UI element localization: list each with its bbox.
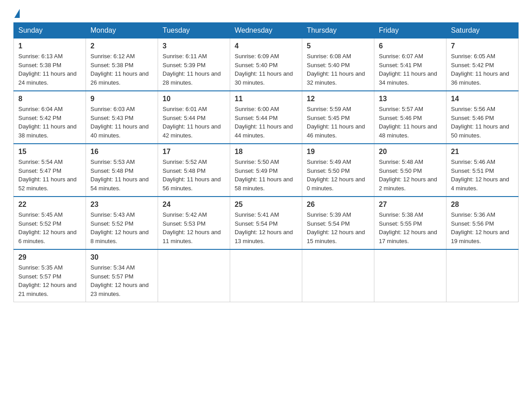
table-row: 10Sunrise: 6:01 AMSunset: 5:44 PMDayligh… <box>158 91 230 144</box>
day-number: 20 <box>379 148 442 156</box>
day-number: 21 <box>451 148 514 156</box>
day-info: Sunrise: 6:04 AMSunset: 5:42 PMDaylight:… <box>18 105 81 140</box>
day-info: Sunrise: 5:52 AMSunset: 5:48 PMDaylight:… <box>163 158 225 193</box>
day-info: Sunrise: 5:54 AMSunset: 5:47 PMDaylight:… <box>18 158 81 193</box>
table-row: 21Sunrise: 5:46 AMSunset: 5:51 PMDayligh… <box>446 144 519 197</box>
table-row: 27Sunrise: 5:38 AMSunset: 5:55 PMDayligh… <box>374 197 446 249</box>
day-info: Sunrise: 5:39 AMSunset: 5:54 PMDaylight:… <box>307 210 369 245</box>
calendar-header-row: Sunday Monday Tuesday Wednesday Thursday… <box>14 23 519 39</box>
table-row: 3Sunrise: 6:11 AMSunset: 5:39 PMDaylight… <box>158 39 230 91</box>
day-info: Sunrise: 5:59 AMSunset: 5:45 PMDaylight:… <box>307 105 369 140</box>
day-info: Sunrise: 5:41 AMSunset: 5:54 PMDaylight:… <box>235 210 297 245</box>
table-row: 2Sunrise: 6:12 AMSunset: 5:38 PMDaylight… <box>86 39 158 91</box>
day-number: 14 <box>451 95 514 103</box>
table-row: 19Sunrise: 5:49 AMSunset: 5:50 PMDayligh… <box>302 144 374 197</box>
col-friday: Friday <box>374 23 446 39</box>
day-number: 16 <box>90 148 153 156</box>
table-row <box>230 249 302 302</box>
table-row <box>158 249 230 302</box>
table-row: 13Sunrise: 5:57 AMSunset: 5:46 PMDayligh… <box>374 91 446 144</box>
day-number: 4 <box>235 42 297 50</box>
day-info: Sunrise: 6:11 AMSunset: 5:39 PMDaylight:… <box>163 52 225 87</box>
col-sunday: Sunday <box>14 23 86 39</box>
day-info: Sunrise: 5:42 AMSunset: 5:53 PMDaylight:… <box>163 210 225 245</box>
table-row: 23Sunrise: 5:43 AMSunset: 5:52 PMDayligh… <box>86 197 158 249</box>
day-info: Sunrise: 6:03 AMSunset: 5:43 PMDaylight:… <box>90 105 153 140</box>
day-info: Sunrise: 5:46 AMSunset: 5:51 PMDaylight:… <box>451 158 514 193</box>
calendar-week-row: 22Sunrise: 5:45 AMSunset: 5:52 PMDayligh… <box>14 197 519 249</box>
col-wednesday: Wednesday <box>230 23 302 39</box>
day-info: Sunrise: 5:43 AMSunset: 5:52 PMDaylight:… <box>90 210 153 245</box>
table-row <box>374 249 446 302</box>
page-header <box>13 9 519 18</box>
day-number: 7 <box>451 42 514 50</box>
table-row <box>302 249 374 302</box>
table-row: 22Sunrise: 5:45 AMSunset: 5:52 PMDayligh… <box>14 197 86 249</box>
logo-triangle-icon <box>14 9 20 18</box>
day-info: Sunrise: 6:00 AMSunset: 5:44 PMDaylight:… <box>235 105 297 140</box>
day-number: 26 <box>307 201 369 209</box>
day-number: 29 <box>18 253 81 261</box>
day-number: 13 <box>379 95 442 103</box>
day-number: 3 <box>163 42 225 50</box>
day-info: Sunrise: 6:05 AMSunset: 5:42 PMDaylight:… <box>451 52 514 87</box>
table-row <box>446 249 519 302</box>
col-saturday: Saturday <box>446 23 519 39</box>
calendar-week-row: 8Sunrise: 6:04 AMSunset: 5:42 PMDaylight… <box>14 91 519 144</box>
day-number: 19 <box>307 148 369 156</box>
day-info: Sunrise: 5:50 AMSunset: 5:49 PMDaylight:… <box>235 158 297 193</box>
day-number: 18 <box>235 148 297 156</box>
day-info: Sunrise: 5:34 AMSunset: 5:57 PMDaylight:… <box>90 263 153 298</box>
day-info: Sunrise: 5:56 AMSunset: 5:46 PMDaylight:… <box>451 105 514 140</box>
day-number: 5 <box>307 42 369 50</box>
day-info: Sunrise: 5:49 AMSunset: 5:50 PMDaylight:… <box>307 158 369 193</box>
col-monday: Monday <box>86 23 158 39</box>
table-row: 18Sunrise: 5:50 AMSunset: 5:49 PMDayligh… <box>230 144 302 197</box>
table-row: 12Sunrise: 5:59 AMSunset: 5:45 PMDayligh… <box>302 91 374 144</box>
day-number: 8 <box>18 95 81 103</box>
day-number: 12 <box>307 95 369 103</box>
day-number: 24 <box>163 201 225 209</box>
col-tuesday: Tuesday <box>158 23 230 39</box>
day-number: 28 <box>451 201 514 209</box>
day-number: 9 <box>90 95 153 103</box>
table-row: 26Sunrise: 5:39 AMSunset: 5:54 PMDayligh… <box>302 197 374 249</box>
table-row: 1Sunrise: 6:13 AMSunset: 5:38 PMDaylight… <box>14 39 86 91</box>
table-row: 17Sunrise: 5:52 AMSunset: 5:48 PMDayligh… <box>158 144 230 197</box>
day-info: Sunrise: 5:48 AMSunset: 5:50 PMDaylight:… <box>379 158 442 193</box>
day-number: 2 <box>90 42 153 50</box>
table-row: 8Sunrise: 6:04 AMSunset: 5:42 PMDaylight… <box>14 91 86 144</box>
table-row: 11Sunrise: 6:00 AMSunset: 5:44 PMDayligh… <box>230 91 302 144</box>
calendar-week-row: 1Sunrise: 6:13 AMSunset: 5:38 PMDaylight… <box>14 39 519 91</box>
calendar-table: Sunday Monday Tuesday Wednesday Thursday… <box>13 22 519 302</box>
calendar-week-row: 29Sunrise: 5:35 AMSunset: 5:57 PMDayligh… <box>14 249 519 302</box>
table-row: 25Sunrise: 5:41 AMSunset: 5:54 PMDayligh… <box>230 197 302 249</box>
logo <box>13 9 21 18</box>
col-thursday: Thursday <box>302 23 374 39</box>
day-info: Sunrise: 5:38 AMSunset: 5:55 PMDaylight:… <box>379 210 442 245</box>
day-number: 27 <box>379 201 442 209</box>
day-info: Sunrise: 6:13 AMSunset: 5:38 PMDaylight:… <box>18 52 81 87</box>
day-info: Sunrise: 6:09 AMSunset: 5:40 PMDaylight:… <box>235 52 297 87</box>
table-row: 20Sunrise: 5:48 AMSunset: 5:50 PMDayligh… <box>374 144 446 197</box>
day-info: Sunrise: 5:53 AMSunset: 5:48 PMDaylight:… <box>90 158 153 193</box>
day-info: Sunrise: 5:45 AMSunset: 5:52 PMDaylight:… <box>18 210 81 245</box>
table-row: 6Sunrise: 6:07 AMSunset: 5:41 PMDaylight… <box>374 39 446 91</box>
day-number: 6 <box>379 42 442 50</box>
day-number: 11 <box>235 95 297 103</box>
table-row: 7Sunrise: 6:05 AMSunset: 5:42 PMDaylight… <box>446 39 519 91</box>
day-info: Sunrise: 6:01 AMSunset: 5:44 PMDaylight:… <box>163 105 225 140</box>
day-info: Sunrise: 5:35 AMSunset: 5:57 PMDaylight:… <box>18 263 81 298</box>
day-info: Sunrise: 6:08 AMSunset: 5:40 PMDaylight:… <box>307 52 369 87</box>
table-row: 16Sunrise: 5:53 AMSunset: 5:48 PMDayligh… <box>86 144 158 197</box>
day-number: 22 <box>18 201 81 209</box>
table-row: 5Sunrise: 6:08 AMSunset: 5:40 PMDaylight… <box>302 39 374 91</box>
table-row: 29Sunrise: 5:35 AMSunset: 5:57 PMDayligh… <box>14 249 86 302</box>
day-number: 17 <box>163 148 225 156</box>
day-number: 25 <box>235 201 297 209</box>
day-number: 10 <box>163 95 225 103</box>
table-row: 14Sunrise: 5:56 AMSunset: 5:46 PMDayligh… <box>446 91 519 144</box>
day-info: Sunrise: 6:12 AMSunset: 5:38 PMDaylight:… <box>90 52 153 87</box>
table-row: 15Sunrise: 5:54 AMSunset: 5:47 PMDayligh… <box>14 144 86 197</box>
table-row: 24Sunrise: 5:42 AMSunset: 5:53 PMDayligh… <box>158 197 230 249</box>
